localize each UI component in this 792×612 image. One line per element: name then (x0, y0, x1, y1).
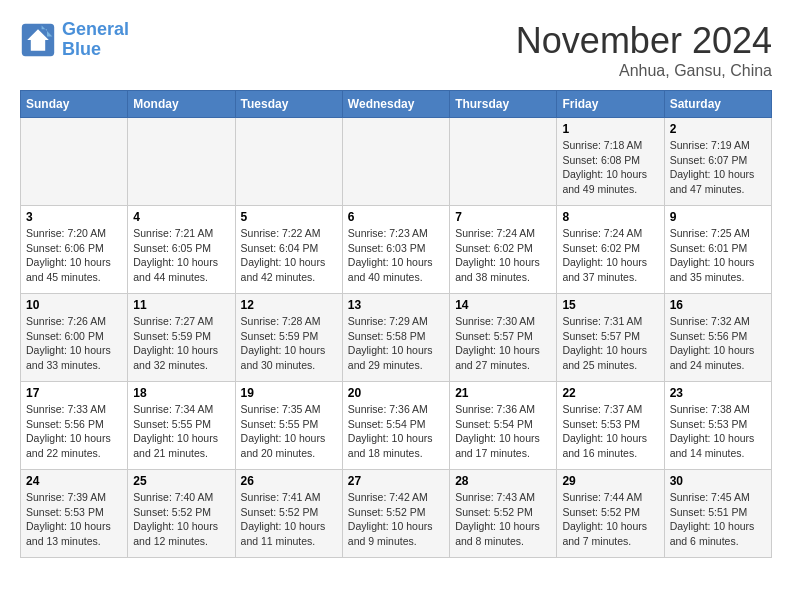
weekday-header-cell: Wednesday (342, 91, 449, 118)
day-info: Sunrise: 7:22 AM Sunset: 6:04 PM Dayligh… (241, 226, 337, 285)
calendar-day-cell: 10Sunrise: 7:26 AM Sunset: 6:00 PM Dayli… (21, 294, 128, 382)
calendar-week-row: 24Sunrise: 7:39 AM Sunset: 5:53 PM Dayli… (21, 470, 772, 558)
day-info: Sunrise: 7:43 AM Sunset: 5:52 PM Dayligh… (455, 490, 551, 549)
day-info: Sunrise: 7:30 AM Sunset: 5:57 PM Dayligh… (455, 314, 551, 373)
day-number: 2 (670, 122, 766, 136)
month-title: November 2024 (516, 20, 772, 62)
day-number: 22 (562, 386, 658, 400)
calendar-day-cell: 9Sunrise: 7:25 AM Sunset: 6:01 PM Daylig… (664, 206, 771, 294)
location-subtitle: Anhua, Gansu, China (516, 62, 772, 80)
calendar-day-cell: 17Sunrise: 7:33 AM Sunset: 5:56 PM Dayli… (21, 382, 128, 470)
calendar-day-cell: 4Sunrise: 7:21 AM Sunset: 6:05 PM Daylig… (128, 206, 235, 294)
calendar-day-cell (450, 118, 557, 206)
calendar-week-row: 1Sunrise: 7:18 AM Sunset: 6:08 PM Daylig… (21, 118, 772, 206)
logo: General Blue (20, 20, 129, 60)
weekday-header-cell: Sunday (21, 91, 128, 118)
weekday-header-row: SundayMondayTuesdayWednesdayThursdayFrid… (21, 91, 772, 118)
title-block: November 2024 Anhua, Gansu, China (516, 20, 772, 80)
weekday-header-cell: Friday (557, 91, 664, 118)
day-number: 23 (670, 386, 766, 400)
day-number: 6 (348, 210, 444, 224)
day-number: 1 (562, 122, 658, 136)
day-info: Sunrise: 7:34 AM Sunset: 5:55 PM Dayligh… (133, 402, 229, 461)
day-info: Sunrise: 7:18 AM Sunset: 6:08 PM Dayligh… (562, 138, 658, 197)
calendar-body: 1Sunrise: 7:18 AM Sunset: 6:08 PM Daylig… (21, 118, 772, 558)
day-info: Sunrise: 7:42 AM Sunset: 5:52 PM Dayligh… (348, 490, 444, 549)
calendar-day-cell: 6Sunrise: 7:23 AM Sunset: 6:03 PM Daylig… (342, 206, 449, 294)
weekday-header-cell: Monday (128, 91, 235, 118)
calendar-day-cell: 23Sunrise: 7:38 AM Sunset: 5:53 PM Dayli… (664, 382, 771, 470)
calendar-day-cell: 5Sunrise: 7:22 AM Sunset: 6:04 PM Daylig… (235, 206, 342, 294)
day-info: Sunrise: 7:37 AM Sunset: 5:53 PM Dayligh… (562, 402, 658, 461)
calendar-day-cell: 28Sunrise: 7:43 AM Sunset: 5:52 PM Dayli… (450, 470, 557, 558)
day-number: 21 (455, 386, 551, 400)
day-number: 30 (670, 474, 766, 488)
calendar-day-cell: 15Sunrise: 7:31 AM Sunset: 5:57 PM Dayli… (557, 294, 664, 382)
day-number: 10 (26, 298, 122, 312)
logo-icon (20, 22, 56, 58)
day-number: 14 (455, 298, 551, 312)
calendar-day-cell (128, 118, 235, 206)
day-number: 25 (133, 474, 229, 488)
day-number: 16 (670, 298, 766, 312)
calendar-day-cell: 30Sunrise: 7:45 AM Sunset: 5:51 PM Dayli… (664, 470, 771, 558)
calendar-week-row: 3Sunrise: 7:20 AM Sunset: 6:06 PM Daylig… (21, 206, 772, 294)
day-info: Sunrise: 7:35 AM Sunset: 5:55 PM Dayligh… (241, 402, 337, 461)
day-info: Sunrise: 7:25 AM Sunset: 6:01 PM Dayligh… (670, 226, 766, 285)
day-info: Sunrise: 7:41 AM Sunset: 5:52 PM Dayligh… (241, 490, 337, 549)
day-number: 3 (26, 210, 122, 224)
day-info: Sunrise: 7:19 AM Sunset: 6:07 PM Dayligh… (670, 138, 766, 197)
calendar-day-cell (21, 118, 128, 206)
calendar-day-cell: 13Sunrise: 7:29 AM Sunset: 5:58 PM Dayli… (342, 294, 449, 382)
day-info: Sunrise: 7:32 AM Sunset: 5:56 PM Dayligh… (670, 314, 766, 373)
day-number: 29 (562, 474, 658, 488)
day-number: 9 (670, 210, 766, 224)
day-info: Sunrise: 7:29 AM Sunset: 5:58 PM Dayligh… (348, 314, 444, 373)
day-number: 28 (455, 474, 551, 488)
calendar-day-cell: 1Sunrise: 7:18 AM Sunset: 6:08 PM Daylig… (557, 118, 664, 206)
day-info: Sunrise: 7:38 AM Sunset: 5:53 PM Dayligh… (670, 402, 766, 461)
calendar-day-cell: 16Sunrise: 7:32 AM Sunset: 5:56 PM Dayli… (664, 294, 771, 382)
calendar-day-cell: 26Sunrise: 7:41 AM Sunset: 5:52 PM Dayli… (235, 470, 342, 558)
day-number: 11 (133, 298, 229, 312)
day-number: 8 (562, 210, 658, 224)
calendar-day-cell: 20Sunrise: 7:36 AM Sunset: 5:54 PM Dayli… (342, 382, 449, 470)
day-number: 5 (241, 210, 337, 224)
calendar-day-cell: 27Sunrise: 7:42 AM Sunset: 5:52 PM Dayli… (342, 470, 449, 558)
day-info: Sunrise: 7:23 AM Sunset: 6:03 PM Dayligh… (348, 226, 444, 285)
calendar-day-cell: 18Sunrise: 7:34 AM Sunset: 5:55 PM Dayli… (128, 382, 235, 470)
day-info: Sunrise: 7:39 AM Sunset: 5:53 PM Dayligh… (26, 490, 122, 549)
calendar-day-cell: 21Sunrise: 7:36 AM Sunset: 5:54 PM Dayli… (450, 382, 557, 470)
calendar-day-cell: 24Sunrise: 7:39 AM Sunset: 5:53 PM Dayli… (21, 470, 128, 558)
day-number: 7 (455, 210, 551, 224)
calendar-day-cell: 19Sunrise: 7:35 AM Sunset: 5:55 PM Dayli… (235, 382, 342, 470)
day-number: 26 (241, 474, 337, 488)
day-info: Sunrise: 7:24 AM Sunset: 6:02 PM Dayligh… (455, 226, 551, 285)
day-number: 17 (26, 386, 122, 400)
weekday-header-cell: Thursday (450, 91, 557, 118)
calendar-week-row: 17Sunrise: 7:33 AM Sunset: 5:56 PM Dayli… (21, 382, 772, 470)
calendar-day-cell (342, 118, 449, 206)
calendar-day-cell: 11Sunrise: 7:27 AM Sunset: 5:59 PM Dayli… (128, 294, 235, 382)
day-info: Sunrise: 7:45 AM Sunset: 5:51 PM Dayligh… (670, 490, 766, 549)
logo-text: General Blue (62, 20, 129, 60)
day-info: Sunrise: 7:28 AM Sunset: 5:59 PM Dayligh… (241, 314, 337, 373)
day-info: Sunrise: 7:36 AM Sunset: 5:54 PM Dayligh… (348, 402, 444, 461)
day-number: 12 (241, 298, 337, 312)
day-info: Sunrise: 7:26 AM Sunset: 6:00 PM Dayligh… (26, 314, 122, 373)
calendar-day-cell: 29Sunrise: 7:44 AM Sunset: 5:52 PM Dayli… (557, 470, 664, 558)
weekday-header-cell: Saturday (664, 91, 771, 118)
weekday-header-cell: Tuesday (235, 91, 342, 118)
day-number: 13 (348, 298, 444, 312)
day-number: 18 (133, 386, 229, 400)
calendar-day-cell: 12Sunrise: 7:28 AM Sunset: 5:59 PM Dayli… (235, 294, 342, 382)
day-number: 4 (133, 210, 229, 224)
day-info: Sunrise: 7:31 AM Sunset: 5:57 PM Dayligh… (562, 314, 658, 373)
calendar-day-cell (235, 118, 342, 206)
day-number: 24 (26, 474, 122, 488)
calendar-day-cell: 8Sunrise: 7:24 AM Sunset: 6:02 PM Daylig… (557, 206, 664, 294)
day-info: Sunrise: 7:44 AM Sunset: 5:52 PM Dayligh… (562, 490, 658, 549)
calendar-day-cell: 7Sunrise: 7:24 AM Sunset: 6:02 PM Daylig… (450, 206, 557, 294)
calendar-day-cell: 3Sunrise: 7:20 AM Sunset: 6:06 PM Daylig… (21, 206, 128, 294)
day-info: Sunrise: 7:24 AM Sunset: 6:02 PM Dayligh… (562, 226, 658, 285)
